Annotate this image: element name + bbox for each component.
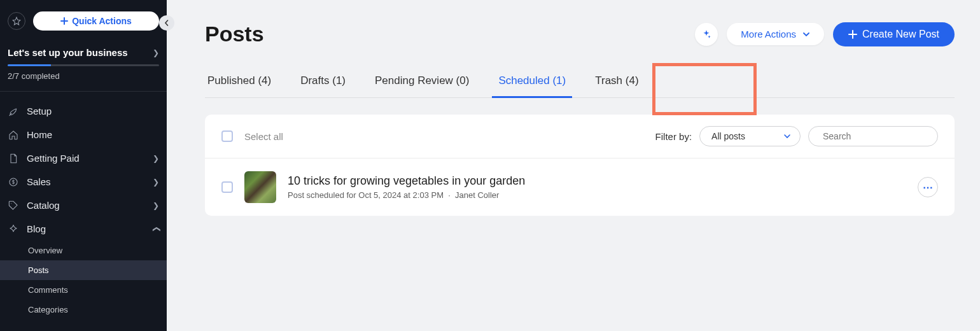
quick-actions-button[interactable]: Quick Actions: [33, 11, 159, 31]
filter-by-label: Filter by:: [655, 131, 692, 142]
tag-icon: [8, 201, 19, 211]
favorites-button[interactable]: [8, 12, 25, 30]
tab-trash[interactable]: Trash (4): [592, 69, 641, 97]
chevron-right-icon: ❯: [153, 48, 159, 57]
post-thumbnail: [244, 171, 276, 203]
tab-drafts[interactable]: Drafts (1): [298, 69, 348, 97]
filter-value: All posts: [711, 131, 745, 141]
rocket-icon: [8, 106, 19, 116]
nav-menu: Setup Home Getting Paid ❯ Sales ❯ Catalo…: [0, 92, 167, 320]
chevron-right-icon: ❯: [153, 154, 159, 163]
submenu-overview[interactable]: Overview: [0, 241, 167, 260]
sidebar-item-catalog[interactable]: Catalog ❯: [0, 194, 167, 217]
pen-icon: [8, 224, 19, 234]
select-all-label: Select all: [244, 131, 283, 142]
document-icon: [8, 153, 19, 164]
sidebar-item-blog[interactable]: Blog ❯: [0, 217, 167, 241]
tab-scheduled[interactable]: Scheduled (1): [496, 69, 568, 97]
submenu-comments[interactable]: Comments: [0, 280, 167, 300]
chevron-down-icon: [802, 31, 810, 38]
page-title: Posts: [205, 22, 264, 46]
post-title: 10 tricks for growing vegetables in your…: [288, 174, 918, 188]
ai-sparkle-button[interactable]: [695, 23, 718, 46]
post-meta: Post scheduled for Oct 5, 2024 at 2:03 P…: [288, 190, 918, 200]
setup-title: Let's set up your business: [8, 47, 128, 58]
sidebar: Quick Actions Let's set up your business…: [0, 0, 167, 331]
tab-pending-review[interactable]: Pending Review (0): [372, 69, 472, 97]
tab-published[interactable]: Published (4): [205, 69, 274, 97]
chevron-down-icon: [783, 132, 791, 140]
plus-icon: [60, 17, 68, 25]
sidebar-collapse-button[interactable]: [159, 15, 174, 31]
submenu-posts[interactable]: Posts: [0, 260, 167, 280]
chevron-up-icon: ❯: [151, 226, 160, 232]
home-icon: [8, 130, 19, 140]
main-content: Posts More Actions Create New Post Publi…: [167, 0, 980, 331]
tabs: Published (4) Drafts (1) Pending Review …: [205, 69, 955, 98]
select-all-checkbox[interactable]: [221, 130, 233, 142]
sidebar-item-setup[interactable]: Setup: [0, 99, 167, 123]
progress-bar: [8, 64, 159, 66]
submenu-categories[interactable]: Categories: [0, 300, 167, 320]
more-actions-button[interactable]: More Actions: [727, 23, 824, 45]
progress-text: 2/7 completed: [8, 71, 159, 81]
create-label: Create New Post: [862, 29, 939, 40]
setup-progress-section[interactable]: Let's set up your business ❯ 2/7 complet…: [0, 38, 167, 92]
filter-dropdown[interactable]: All posts: [699, 126, 801, 146]
dollar-icon: [8, 177, 19, 187]
more-actions-label: More Actions: [741, 29, 796, 39]
blog-submenu: Overview Posts Comments Categories: [0, 241, 167, 320]
sparkle-icon: [701, 29, 712, 40]
search-input[interactable]: [823, 131, 934, 141]
search-box[interactable]: [808, 126, 938, 146]
plus-icon: [848, 30, 857, 39]
sidebar-item-sales[interactable]: Sales ❯: [0, 170, 167, 194]
posts-card: Select all Filter by: All posts 10 trick…: [205, 115, 955, 216]
post-more-button[interactable]: ⋯: [918, 177, 938, 197]
create-new-post-button[interactable]: Create New Post: [833, 22, 955, 46]
sidebar-item-getting-paid[interactable]: Getting Paid ❯: [0, 146, 167, 170]
post-row[interactable]: 10 tricks for growing vegetables in your…: [205, 158, 955, 216]
dots-icon: ⋯: [923, 181, 933, 194]
chevron-right-icon: ❯: [153, 201, 159, 210]
post-checkbox[interactable]: [221, 181, 233, 193]
quick-actions-label: Quick Actions: [72, 16, 132, 26]
chevron-right-icon: ❯: [153, 178, 159, 187]
sidebar-item-home[interactable]: Home: [0, 123, 167, 146]
